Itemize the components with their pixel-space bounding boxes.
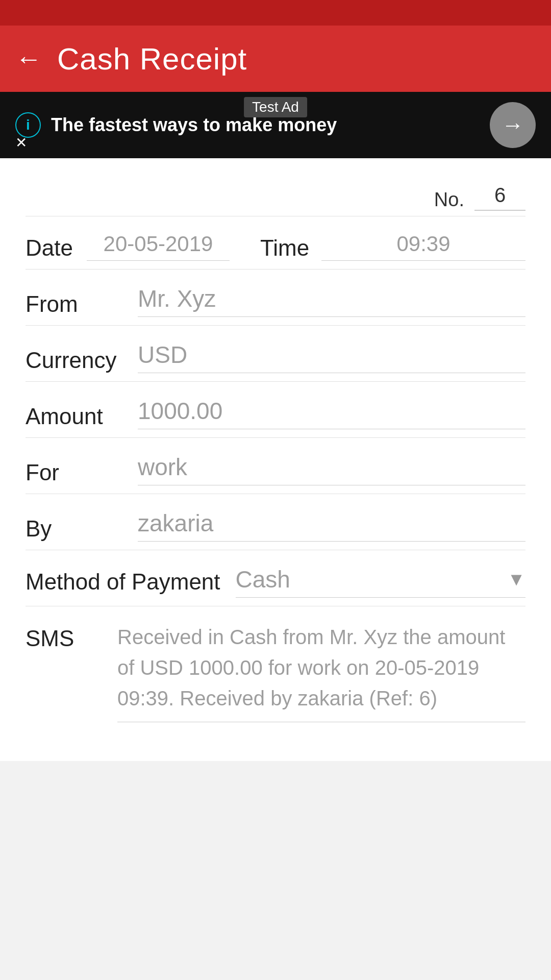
ad-close-icon[interactable]: ✕ <box>15 134 27 151</box>
for-value[interactable]: work <box>138 453 525 485</box>
for-row: For work <box>20 438 531 494</box>
from-row: From Mr. Xyz <box>20 270 531 325</box>
sms-value: Received in Cash from Mr. Xyz the amount… <box>117 622 525 722</box>
currency-value[interactable]: USD <box>138 341 525 373</box>
sms-row: SMS Received in Cash from Mr. Xyz the am… <box>20 606 531 730</box>
currency-row: Currency USD <box>20 326 531 381</box>
payment-value: Cash <box>236 566 290 593</box>
ad-label: Test Ad <box>244 97 307 117</box>
for-label: For <box>26 460 128 485</box>
receipt-no-row: No. 6 <box>20 174 531 216</box>
amount-value[interactable]: 1000.00 <box>138 397 525 429</box>
date-label: Date <box>26 235 87 261</box>
amount-row: Amount 1000.00 <box>20 382 531 437</box>
payment-row: Method of Payment Cash ▼ <box>20 550 531 606</box>
back-icon[interactable]: ← <box>15 45 42 72</box>
receipt-form: No. 6 Date 20-05-2019 Time 09:39 From Mr… <box>0 158 551 761</box>
payment-label: Method of Payment <box>26 569 220 595</box>
amount-label: Amount <box>26 404 128 429</box>
time-label: Time <box>260 235 321 261</box>
date-time-row: Date 20-05-2019 Time 09:39 <box>20 216 531 269</box>
by-value[interactable]: zakaria <box>138 509 525 542</box>
ad-arrow-button[interactable]: → <box>490 102 536 148</box>
dropdown-arrow-icon: ▼ <box>507 569 525 590</box>
by-label: By <box>26 516 128 542</box>
no-label: No. <box>434 189 464 211</box>
by-row: By zakaria <box>20 494 531 550</box>
status-bar <box>0 0 551 26</box>
page-title: Cash Receipt <box>57 41 247 77</box>
ad-text: The fastest ways to make money <box>51 114 337 136</box>
no-value: 6 <box>474 184 525 211</box>
date-value[interactable]: 20-05-2019 <box>87 232 230 261</box>
payment-dropdown[interactable]: Cash ▼ <box>236 566 525 598</box>
time-value[interactable]: 09:39 <box>321 232 525 261</box>
currency-label: Currency <box>26 348 128 373</box>
toolbar: ← Cash Receipt <box>0 26 551 92</box>
sms-label: SMS <box>26 622 107 651</box>
ad-banner: Test Ad i The fastest ways to make money… <box>0 92 551 158</box>
from-label: From <box>26 291 128 317</box>
from-value[interactable]: Mr. Xyz <box>138 285 525 317</box>
